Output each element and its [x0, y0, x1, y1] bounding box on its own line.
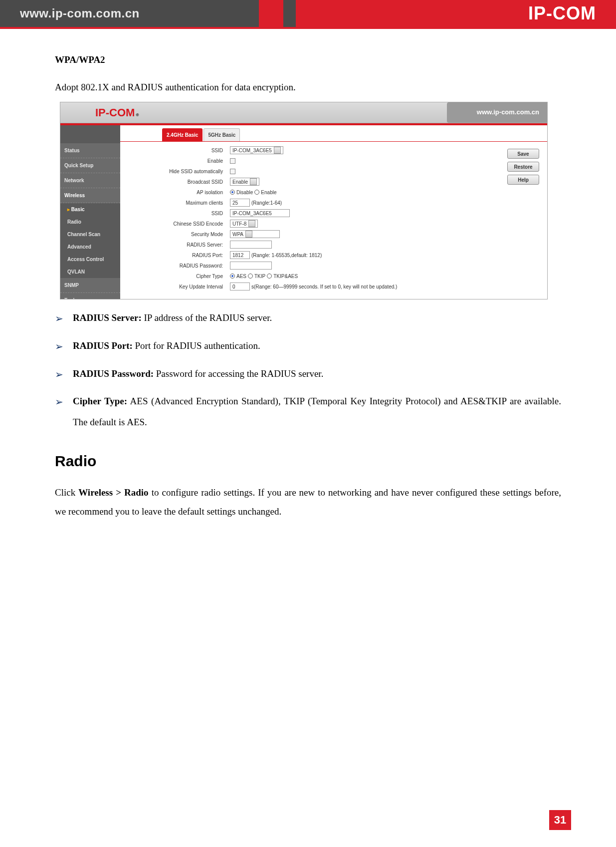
tab-bar: 2.4GHz Basic 5GHz Basic — [120, 125, 547, 142]
nav-status[interactable]: Status — [60, 143, 120, 158]
ap-isolation-disable-radio[interactable] — [230, 190, 235, 195]
bullet-radius-password-text: Password for accessing the RADIUS server… — [154, 368, 323, 379]
heading-wpa-wpa2: WPA/WPA2 — [55, 51, 561, 69]
label-radius-password: RADIUS Password: — [146, 261, 230, 271]
shot-logo-text: IP-COM — [95, 102, 135, 123]
label-ssid-select: SSID — [146, 146, 230, 155]
radius-port-hint: (Rangle: 1-65535,default: 1812) — [251, 251, 322, 260]
security-mode-select[interactable]: WPA — [230, 230, 280, 238]
main-panel: 2.4GHz Basic 5GHz Basic SSID IP-COM_3AC6… — [120, 125, 547, 299]
cipher-both-label: TKIP&AES — [273, 272, 298, 281]
page-number-badge: 31 — [549, 810, 571, 830]
tab-24ghz-basic[interactable]: 2.4GHz Basic — [162, 128, 203, 141]
bullet-radius-server-text: IP address of the RADIUS server. — [142, 312, 272, 323]
help-button[interactable]: Help — [507, 175, 539, 185]
label-max-clients: Maximum clients — [146, 198, 230, 208]
nav-tools[interactable]: Tools — [60, 293, 120, 299]
hide-ssid-checkbox[interactable] — [230, 169, 235, 174]
label-cipher-type: Cipher Type — [146, 272, 230, 281]
label-chinese-ssid-encode: Chinese SSID Encode — [146, 219, 230, 229]
chinese-ssid-encode-select[interactable]: UTF-8 — [230, 220, 258, 228]
shot-header: IP-COM ® www.ip-com.com.cn — [60, 102, 547, 123]
bullet-radius-port-label: RADIUS Port: — [73, 340, 133, 351]
bullet-cipher-type-text: AES (Advanced Encryption Standard), TKIP… — [73, 396, 561, 427]
key-update-hint: s(Range: 60—99999 seconds. If set to 0, … — [251, 282, 397, 291]
page-header-banner: www.ip-com.com.cn IP-COM — [0, 0, 616, 27]
max-clients-input[interactable]: 25 — [230, 199, 250, 207]
ap-isolation-disable-label: Disable — [236, 188, 253, 197]
cipher-both-radio[interactable] — [267, 274, 272, 279]
broadcast-ssid-select[interactable]: Enable — [230, 178, 259, 186]
nav-wireless-qvlan[interactable]: QVLAN — [60, 266, 120, 278]
label-security-mode: Security Mode — [146, 230, 230, 239]
bullet-radius-password-label: RADIUS Password: — [73, 368, 154, 379]
cipher-aes-radio[interactable] — [230, 274, 235, 279]
ap-isolation-enable-radio[interactable] — [254, 190, 259, 195]
ssid-text-input[interactable]: IP-COM_3AC6E5 — [230, 209, 290, 217]
sidenav: Status Quick Setup Network Wireless Basi… — [60, 125, 120, 299]
cipher-aes-label: AES — [236, 272, 246, 281]
ssid-select[interactable]: IP-COM_3AC6E5 — [230, 146, 283, 154]
bullet-radius-password: RADIUS Password: Password for accessing … — [55, 363, 561, 384]
radio-paragraph: Click Wireless > Radio to configure radi… — [55, 483, 561, 521]
tab-5ghz-basic[interactable]: 5GHz Basic — [204, 128, 240, 141]
radio-text-bold: Wireless > Radio — [78, 487, 148, 498]
bullet-radius-port: RADIUS Port: Port for RADIUS authenticat… — [55, 335, 561, 356]
nav-wireless-channel-scan[interactable]: Channel Scan — [60, 228, 120, 241]
shot-url: www.ip-com.com.cn — [447, 102, 547, 123]
bullet-radius-server: RADIUS Server: IP address of the RADIUS … — [55, 307, 561, 328]
wpa-description: Adopt 802.1X and RADIUS authentication f… — [55, 78, 561, 97]
bullet-cipher-type-label: Cipher Type: — [73, 396, 127, 406]
label-ap-isolation: AP isolation — [146, 188, 230, 197]
label-radius-port: RADIUS Port: — [146, 251, 230, 260]
ap-isolation-enable-label: Enable — [261, 188, 276, 197]
save-button[interactable]: Save — [507, 149, 539, 159]
restore-button[interactable]: Restore — [507, 162, 539, 172]
nav-wireless-radio[interactable]: Radio — [60, 216, 120, 228]
max-clients-hint: (Rangle:1-64) — [251, 198, 282, 208]
page-body: WPA/WPA2 Adopt 802.1X and RADIUS authent… — [0, 27, 616, 521]
enable-checkbox[interactable] — [230, 158, 235, 164]
cipher-tkip-label: TKIP — [254, 272, 265, 281]
banner-logo: IP-COM — [528, 3, 596, 24]
radius-server-input[interactable] — [230, 241, 272, 249]
radius-port-input[interactable]: 1812 — [230, 251, 250, 259]
label-ssid-text: SSID — [146, 209, 230, 218]
label-hide-ssid: Hide SSID automatically — [146, 167, 230, 176]
form-area: SSID IP-COM_3AC6E5 Enable Hide SSID auto… — [120, 142, 547, 299]
radio-text-pre: Click — [55, 487, 78, 498]
cipher-tkip-radio[interactable] — [248, 274, 253, 279]
nav-wireless[interactable]: Wireless — [60, 188, 120, 203]
nav-quick-setup[interactable]: Quick Setup — [60, 158, 120, 173]
bullet-cipher-type: Cipher Type: AES (Advanced Encryption St… — [55, 391, 561, 433]
shot-logo-sub: ® — [136, 111, 139, 119]
label-key-update: Key Update Interval — [146, 282, 230, 291]
nav-wireless-basic[interactable]: Basic — [60, 203, 120, 216]
nav-snmp[interactable]: SNMP — [60, 278, 120, 293]
nav-wireless-access-control[interactable]: Access Control — [60, 253, 120, 266]
shot-body: Status Quick Setup Network Wireless Basi… — [60, 125, 547, 299]
nav-network[interactable]: Network — [60, 173, 120, 188]
nav-wireless-advanced[interactable]: Advanced — [60, 241, 120, 253]
shot-logo: IP-COM ® — [95, 102, 139, 123]
action-buttons-column: Save Restore Help — [493, 145, 547, 299]
key-update-input[interactable]: 0 — [230, 282, 250, 290]
router-admin-screenshot: IP-COM ® www.ip-com.com.cn Status Quick … — [60, 102, 548, 299]
bullet-radius-server-label: RADIUS Server: — [73, 312, 142, 323]
label-enable: Enable — [146, 156, 230, 166]
banner-url-text: www.ip-com.com.cn — [20, 6, 140, 20]
label-broadcast-ssid: Broadcast SSID — [146, 177, 230, 187]
bullet-radius-port-text: Port for RADIUS authentication. — [133, 340, 260, 351]
radius-password-input[interactable] — [230, 262, 272, 270]
heading-radio: Radio — [55, 447, 561, 475]
form-column: SSID IP-COM_3AC6E5 Enable Hide SSID auto… — [120, 145, 493, 299]
label-radius-server: RADIUS Server: — [146, 240, 230, 250]
